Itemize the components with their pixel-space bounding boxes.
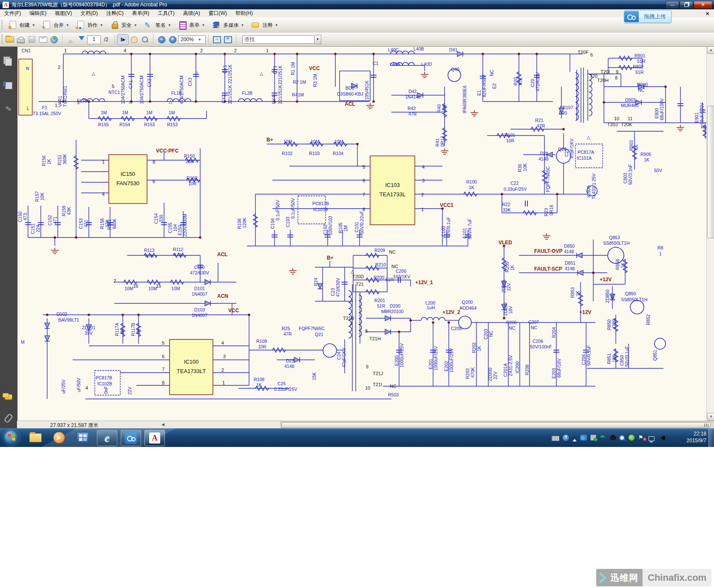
create-button[interactable]: ★创建▼ (5, 20, 38, 31)
action-flag-icon[interactable]: ⚑ (638, 435, 645, 441)
network-icon[interactable] (649, 436, 654, 441)
sign-button[interactable]: ✎签名▼ (141, 20, 174, 31)
svg-text:E202: E202 (444, 361, 449, 371)
keyboard-icon[interactable] (552, 436, 559, 441)
taskbar-app-movie-app[interactable] (73, 430, 93, 445)
next-page-button[interactable] (76, 34, 87, 45)
taskbar-app-internet-explorer[interactable]: e (97, 430, 117, 446)
sidebar-item-attachments[interactable] (0, 411, 17, 425)
svg-text:3: 3 (77, 100, 79, 105)
vertical-scrollbar[interactable]: ▲ ▼ (706, 46, 714, 421)
chevron-down-icon: ▼ (198, 38, 201, 42)
taskbar-clock[interactable]: 22:18 2015/9/7 (686, 430, 706, 444)
taskbar-app-cloud-app[interactable] (121, 430, 141, 446)
select-tool-button[interactable]: I▸ (117, 34, 128, 45)
menu-item-4[interactable]: 注释(C) (102, 9, 128, 17)
menu-item-0[interactable]: 文件(F) (0, 9, 25, 17)
svg-text:IC102B: IC102B (97, 381, 112, 386)
email-button[interactable] (37, 34, 48, 45)
print-button[interactable] (15, 34, 26, 45)
svg-text:1K: 1K (46, 159, 51, 164)
taskbar-app-media-player[interactable]: ▶ (49, 430, 69, 445)
usb-icon[interactable] (590, 435, 596, 441)
upload-close-icon[interactable]: ✕ (706, 11, 709, 17)
show-desktop-button[interactable] (708, 428, 714, 447)
taskbar-app-adobe-reader[interactable]: A (144, 430, 165, 446)
umbrella-icon[interactable]: ☂ (600, 435, 606, 441)
svg-text:C1: C1 (373, 61, 379, 66)
forms-button[interactable]: 表单▼ (175, 20, 208, 31)
sidebar-item-comments[interactable] (0, 390, 17, 404)
svg-text:8: 8 (365, 328, 368, 334)
menu-item-3[interactable]: 文档(D) (76, 9, 102, 17)
taskbar-app-explorer[interactable] (26, 430, 45, 445)
menu-item-7[interactable]: 高级(A) (179, 9, 204, 17)
magnifier-icon[interactable] (619, 435, 625, 441)
scroll-up-icon[interactable]: ▲ (707, 46, 714, 54)
menu-item-6[interactable]: 工具(T) (153, 9, 178, 17)
svg-text:T21: T21 (356, 282, 364, 287)
collaborate-button[interactable]: ●●协作▼ (73, 20, 106, 31)
menu-item-8[interactable]: 窗口(W) (204, 9, 231, 17)
comment-button[interactable]: 注释▼ (248, 20, 281, 31)
svg-text:C104: C104 (270, 218, 275, 229)
search-input[interactable] (242, 35, 314, 44)
tray-expand-icon[interactable] (572, 437, 577, 441)
multimedia-button[interactable]: 多媒体▼ (209, 20, 247, 31)
restore-button[interactable] (680, 1, 693, 9)
svg-text:47pF/1KV: 47pF/1KV (569, 139, 574, 158)
scroll-left-icon[interactable]: ◀ (162, 422, 164, 427)
document-page[interactable]: IC150FAN7530IC103TEA1733LIC100TEA1733LTC… (17, 46, 706, 421)
sidebar-item-signatures[interactable]: ✎ (0, 102, 17, 116)
previous-page-button[interactable] (65, 34, 76, 45)
svg-text:1K: 1K (510, 265, 515, 271)
svg-text:E150: E150 (177, 225, 182, 235)
horizontal-scrollbar[interactable] (280, 421, 714, 429)
help-icon[interactable]: ? (563, 435, 569, 441)
svg-text:51R: 51R (385, 277, 394, 282)
cloud-icon[interactable] (580, 435, 587, 441)
fit-width-button[interactable]: ↔ (211, 34, 222, 45)
svg-text:+12V_1: +12V_1 (415, 280, 433, 286)
zoom-in-button[interactable]: + (167, 34, 178, 45)
svg-text:1: 1 (266, 48, 269, 53)
vertical-scroll-thumb[interactable] (707, 106, 714, 238)
comments-icon (5, 394, 12, 400)
horizontal-scroll-thumb[interactable] (281, 422, 711, 428)
hand-tool-button[interactable] (128, 34, 139, 45)
zoom-out-button[interactable]: − (156, 34, 167, 45)
drag-upload-button[interactable]: 拖拽上传 (624, 10, 672, 23)
zoom-level-select[interactable]: 200% ▼ (178, 35, 206, 44)
secure-button[interactable]: 安全▼ (107, 20, 140, 31)
dish-icon[interactable] (609, 434, 616, 441)
search-options-icon[interactable]: ▼ (314, 35, 321, 44)
svg-text:1: 1 (102, 159, 105, 164)
svg-text:D850: D850 (564, 243, 575, 249)
nvidia-icon[interactable] (628, 434, 635, 441)
svg-text:R153: R153 (144, 122, 155, 127)
svg-text:10M: 10M (171, 286, 180, 291)
menu-item-9[interactable]: 帮助(H) (231, 9, 257, 17)
menu-item-1[interactable]: 编辑(E) (25, 9, 51, 17)
open-button[interactable] (4, 34, 15, 45)
sidebar-item-pages[interactable] (0, 55, 17, 69)
menu-item-5[interactable]: 表单(R) (128, 9, 154, 17)
save-button[interactable] (26, 34, 37, 45)
scroll-down-icon[interactable]: ▼ (707, 413, 714, 421)
fit-page-button[interactable]: ✛ (222, 34, 233, 45)
marquee-zoom-button[interactable] (139, 34, 150, 45)
svg-text:R8: R8 (657, 245, 663, 250)
sidebar-item-bookmarks[interactable] (0, 78, 17, 93)
share-online-button[interactable] (48, 34, 60, 45)
close-button[interactable]: ✕ (694, 1, 712, 9)
combine-button[interactable]: +合并▼ (39, 20, 72, 31)
menu-item-2[interactable]: 视图(V) (51, 9, 76, 17)
svg-text:472/630V: 472/630V (190, 270, 209, 275)
minimize-button[interactable]: — (666, 1, 679, 9)
volume-icon[interactable] (658, 435, 664, 441)
svg-text:C154: C154 (153, 213, 159, 224)
start-button[interactable] (4, 430, 19, 445)
svg-text:D21: D21 (540, 151, 548, 156)
svg-text:10M: 10M (125, 286, 133, 291)
page-number-input[interactable]: 1 (87, 35, 101, 44)
